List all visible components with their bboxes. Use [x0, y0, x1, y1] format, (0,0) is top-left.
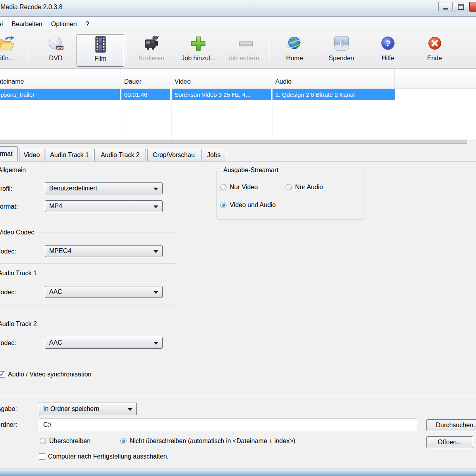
chevron-down-icon: [154, 342, 158, 345]
scrollbar-thumb[interactable]: [0, 140, 467, 144]
tab-strip: Format Video Audio Track 1 Audio Track 2…: [0, 146, 476, 161]
film-strip-icon: [92, 35, 108, 54]
tab-audio-track-1[interactable]: Audio Track 1: [46, 149, 93, 161]
group-video-codec-title: Video Codec: [0, 229, 36, 236]
radio-ueberschreiben-label: Überschreiben: [49, 438, 90, 445]
format-dropdown[interactable]: MP4: [45, 200, 163, 212]
film-button[interactable]: Film: [77, 34, 124, 67]
audio2-codec-value: AAC: [49, 339, 62, 346]
close-button[interactable]: ✕: [469, 2, 476, 12]
euro-icon: €: [333, 34, 350, 54]
video-codec-value: MPEG4: [49, 248, 71, 255]
radio-nicht-ueberschreiben[interactable]: Nicht überschreiben (automatisch in <Dat…: [120, 438, 296, 445]
svg-text:€: €: [339, 38, 344, 48]
help-button[interactable]: ? Hilfe: [374, 34, 402, 66]
format-value: MP4: [49, 203, 62, 210]
tab-format[interactable]: Format: [0, 146, 18, 161]
ordner-label: Ordner:: [0, 421, 17, 428]
radio-nur-audio[interactable]: Nur Audio: [286, 184, 323, 191]
chevron-down-icon: [154, 205, 158, 208]
minimize-button[interactable]: [438, 2, 453, 12]
radio-icon: [220, 184, 226, 190]
menu-optionen[interactable]: Optionen: [47, 17, 81, 32]
minus-icon: [237, 34, 255, 54]
browse-button[interactable]: Durchsuchen...: [426, 419, 476, 431]
audio2-codec-dropdown[interactable]: AAC: [45, 337, 163, 349]
ausgabe-value: In Ordner speichern: [43, 405, 99, 413]
group-streamart: Ausgabe-Streamart: [216, 170, 365, 220]
open-output-button[interactable]: Öffnen...: [426, 436, 473, 448]
column-header-audio[interactable]: Audio: [272, 69, 395, 88]
audio1-codec-label: Codec:: [0, 289, 16, 296]
profil-label: Profil:: [0, 185, 12, 192]
toolbar-separator: [269, 36, 270, 61]
file-list: Dateiname Dauer Video Audio simpsons_tra…: [0, 68, 476, 144]
svg-text:DVD: DVD: [57, 46, 63, 49]
column-header-video[interactable]: Video: [171, 69, 272, 88]
audio1-codec-dropdown[interactable]: AAC: [45, 286, 163, 298]
ausgabe-label: Ausgabe:: [0, 405, 17, 413]
radio-nur-video[interactable]: Nur Video: [220, 184, 258, 191]
horizontal-scrollbar[interactable]: [0, 139, 476, 145]
maximize-button[interactable]: [454, 2, 468, 12]
toolbar: öffn... DVD DVD: [0, 32, 476, 69]
tab-jobs[interactable]: Jobs: [202, 149, 226, 161]
window-controls: ✕: [438, 2, 476, 12]
home-label: Home: [286, 55, 303, 62]
audio1-codec-value: AAC: [49, 288, 62, 296]
table-row[interactable]: simpsons_trailer 00:01:46 Sorenson Video…: [0, 89, 395, 100]
shutdown-checkbox-label: Computer nach Fertigstellung ausschalten…: [48, 453, 169, 460]
encode-label: Kodieren: [139, 55, 164, 62]
cell-filename: simpsons_trailer: [0, 89, 121, 100]
radio-nicht-ueberschreiben-label: Nicht überschreiben (automatisch in <Dat…: [130, 438, 296, 445]
job-add-label: Job hinzuf...: [181, 55, 215, 62]
group-audio-track-1-title: Audio Track 1: [0, 270, 39, 277]
job-remove-button: Job entfern...: [222, 34, 270, 66]
column-divider: [171, 88, 172, 139]
column-header-dateiname[interactable]: Dateiname: [0, 69, 121, 88]
video-codec-label: Codec:: [0, 248, 16, 255]
radio-nur-audio-label: Nur Audio: [295, 184, 323, 191]
folder-input[interactable]: C:\: [39, 418, 417, 431]
job-add-button[interactable]: Job hinzuf...: [176, 34, 221, 66]
home-button[interactable]: Home: [278, 34, 311, 66]
section-divider: [0, 395, 476, 395]
cell-audio: 1. Qdesign 2 0 Bitrate 2 Kanal: [272, 89, 395, 100]
donate-button[interactable]: € Spenden: [322, 34, 360, 66]
toolbar-separator: [126, 36, 127, 61]
shutdown-checkbox[interactable]: Computer nach Fertigstellung ausschalten…: [39, 453, 169, 460]
group-allgemein-title: Allgemein: [0, 167, 28, 174]
title-bar: Media Recode 2.0.3.8 ✕: [0, 0, 476, 17]
menu-hilfe[interactable]: ?: [81, 17, 94, 32]
menu-bearbeiten[interactable]: Bearbeiten: [7, 17, 46, 32]
donate-label: Spenden: [328, 55, 354, 62]
menu-datei[interactable]: Datei: [0, 17, 7, 32]
row-gridline: [0, 133, 476, 133]
tab-crop-vorschau[interactable]: Crop/Vorschau: [147, 149, 200, 161]
tab-audio-track-2[interactable]: Audio Track 2: [94, 149, 146, 161]
globe-icon: [285, 34, 304, 54]
film-label: Film: [94, 55, 106, 62]
open-file-button[interactable]: öffn...: [0, 34, 26, 66]
chevron-down-icon: [128, 408, 132, 411]
group-streamart-title: Ausgabe-Streamart: [221, 167, 280, 174]
exit-button[interactable]: Ende: [420, 34, 449, 66]
open-folder-icon: [0, 34, 16, 54]
radio-video-und-audio-label: Video und Audio: [230, 202, 276, 209]
ausgabe-dropdown[interactable]: In Ordner speichern: [39, 403, 137, 415]
dvd-button[interactable]: DVD DVD: [39, 34, 73, 66]
video-codec-dropdown[interactable]: MPEG4: [45, 245, 163, 257]
profil-dropdown[interactable]: Benutzerdefiniert: [45, 182, 163, 194]
exit-label: Ende: [427, 55, 442, 62]
radio-ueberschreiben[interactable]: Überschreiben: [40, 438, 90, 445]
checkbox-icon: [0, 371, 5, 378]
column-header-dauer[interactable]: Dauer: [121, 69, 171, 88]
column-header-filler: [395, 69, 476, 88]
audio2-codec-label: Codec:: [0, 340, 16, 347]
sync-checkbox[interactable]: Audio / Video synchronisation: [0, 371, 92, 378]
tab-video[interactable]: Video: [19, 149, 44, 161]
encode-button: Kodieren: [134, 34, 169, 66]
radio-video-und-audio[interactable]: Video und Audio: [220, 202, 276, 209]
question-icon: ?: [380, 34, 396, 54]
chevron-down-icon: [154, 291, 158, 294]
